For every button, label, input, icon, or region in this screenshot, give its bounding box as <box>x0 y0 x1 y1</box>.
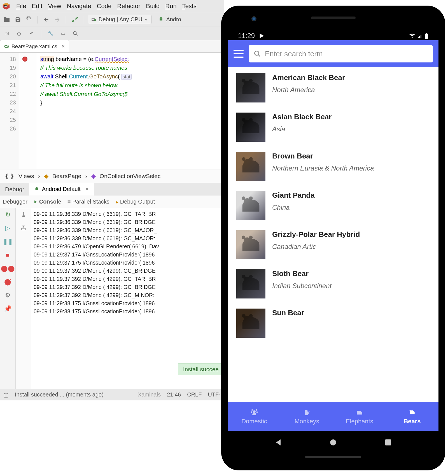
menu-navigate[interactable]: Navigate <box>64 1 94 11</box>
bear-location: Asia <box>272 125 332 133</box>
install-toast: Install succee <box>178 363 224 375</box>
status-encoding[interactable]: UTF- <box>208 391 221 398</box>
bear-name: American Black Bear <box>272 73 345 82</box>
debug-sidebar-left: ↻ ▷ ❚❚ ■ ⬤⬤ ⬤̸ ⚙ 📌 <box>0 208 16 400</box>
bear-name: Asian Black Bear <box>272 113 332 121</box>
bear-list[interactable]: American Black BearNorth AmericaAsian Bl… <box>228 67 438 402</box>
close-icon[interactable]: ✕ <box>85 186 89 192</box>
tab-console[interactable]: Console <box>34 199 61 205</box>
forward-icon[interactable] <box>53 16 61 24</box>
svg-rect-9 <box>425 34 428 39</box>
refresh-icon[interactable] <box>25 16 33 24</box>
crumb-views[interactable]: Views <box>18 173 34 179</box>
build-icon[interactable] <box>71 16 78 24</box>
bear-location: North America <box>272 86 345 94</box>
rerun-icon[interactable]: ↻ <box>5 211 10 218</box>
target-label: Andro <box>166 16 181 23</box>
mute-icon[interactable]: ⬤̸ <box>4 278 11 286</box>
list-item[interactable]: Asian Black BearAsia <box>236 113 430 142</box>
debug-sidebar-2: ⤓ 🖶 <box>16 208 31 400</box>
tab-debugger[interactable]: Debugger <box>3 199 27 205</box>
run-config-dropdown[interactable]: Debug | Any CPU <box>88 15 151 24</box>
search-icon[interactable] <box>71 30 79 38</box>
tab-output[interactable]: ▸Debug Output <box>116 199 155 205</box>
rider-app-icon: RD <box>2 2 10 10</box>
wifi-icon <box>409 33 416 39</box>
tab-bears[interactable]: Bears <box>386 402 438 431</box>
menu-tests[interactable]: Tests <box>179 1 199 11</box>
menu-edit[interactable]: Edit <box>29 1 45 11</box>
nav-home-icon[interactable] <box>329 438 338 447</box>
panel-icon[interactable]: ▢ <box>3 391 9 398</box>
stop-icon[interactable]: ■ <box>6 251 10 259</box>
svg-point-8 <box>73 31 76 34</box>
search-input[interactable]: Enter search term <box>249 45 433 62</box>
target-dropdown[interactable]: Andro <box>155 15 184 24</box>
pin-icon[interactable]: 📌 <box>4 305 11 312</box>
clock-icon[interactable]: ◷ <box>15 30 23 38</box>
layout-icon[interactable]: ▭ <box>59 30 67 38</box>
wrench-icon[interactable]: 🔧 <box>47 30 55 38</box>
debug-session-tab[interactable]: Android Default ✕ <box>29 183 94 195</box>
step-icon[interactable]: ▷ <box>5 225 10 232</box>
svg-point-37 <box>357 411 359 413</box>
menu-refactor[interactable]: Refactor <box>114 1 143 11</box>
tab-elephants[interactable]: Elephants <box>333 402 386 431</box>
svg-point-25 <box>242 236 246 239</box>
svg-point-34 <box>256 409 257 411</box>
tab-parallel[interactable]: ≡Parallel Stacks <box>67 199 109 205</box>
list-item[interactable]: Grizzly-Polar Bear HybridCanadian Artic <box>236 230 430 259</box>
list-item[interactable]: Brown BearNorthern Eurasia & North Ameri… <box>236 152 430 181</box>
status-bar: ▢ Install succeeded ... (moments ago) Xa… <box>0 389 224 400</box>
breakpoints-icon[interactable]: ⬤⬤ <box>1 265 15 272</box>
nav-back-icon[interactable] <box>274 438 283 447</box>
csharp-badge: C# <box>4 44 9 49</box>
close-icon[interactable]: ✕ <box>61 44 65 49</box>
menubar: RD FileEditViewNavigateCodeRefactorBuild… <box>0 0 224 12</box>
editor-tabs: C# BearsPage.xaml.cs ✕ <box>0 40 224 53</box>
svg-point-7 <box>162 18 162 18</box>
debug-body: ↻ ▷ ❚❚ ■ ⬤⬤ ⬤̸ ⚙ 📌 ⤓ 🖶 09-09 11:29:36.33… <box>0 208 224 400</box>
nav-recent-icon[interactable] <box>384 438 393 447</box>
print-icon[interactable]: 🖶 <box>20 225 27 232</box>
list-item[interactable]: Sun Bear <box>236 309 430 338</box>
menu-view[interactable]: View <box>45 1 64 11</box>
status-position[interactable]: 21:46 <box>167 391 181 398</box>
bear-thumbnail <box>236 230 265 259</box>
debug-tool-tabs: Debugger Console ≡Parallel Stacks ▸Debug… <box>0 195 224 208</box>
tab-domestic[interactable]: Domestic <box>228 402 281 431</box>
settings-icon[interactable]: ⚙ <box>5 292 11 299</box>
save-icon[interactable] <box>14 16 22 24</box>
pause-icon[interactable]: ❚❚ <box>3 238 13 245</box>
expand-icon[interactable]: ⇲ <box>3 30 11 38</box>
marker-column <box>19 53 31 169</box>
menu-build[interactable]: Build <box>143 1 162 11</box>
breadcrumb: ❴❵ Views › ◆ BearsPage › ◈ OnCollectionV… <box>0 169 224 183</box>
play-icon <box>34 200 38 204</box>
crumb-method[interactable]: OnCollectionViewSelec <box>100 173 161 179</box>
tab-monkeys[interactable]: Monkeys <box>281 402 333 431</box>
menu-run[interactable]: Run <box>162 1 179 11</box>
crumb-class[interactable]: BearsPage <box>52 173 81 179</box>
scroll-icon[interactable]: ⤓ <box>21 211 26 218</box>
breakpoint-marker[interactable] <box>22 57 27 62</box>
open-icon[interactable] <box>3 16 11 24</box>
hamburger-icon[interactable] <box>234 50 244 58</box>
code-area[interactable]: string bearName = (e.CurrentSelect // Th… <box>37 53 224 169</box>
code-editor[interactable]: 181920212223242526 string bearName = (e.… <box>0 53 224 169</box>
svg-point-31 <box>242 314 246 318</box>
bear-location: Canadian Artic <box>272 243 360 251</box>
phone-status-bar: 11:29 <box>228 24 438 40</box>
home-indicator <box>305 456 361 458</box>
list-item[interactable]: American Black BearNorth America <box>236 73 430 102</box>
list-item[interactable]: Giant PandaChina <box>236 191 430 220</box>
status-eol[interactable]: CRLF <box>187 391 202 398</box>
camera-icon <box>251 16 256 21</box>
editor-tab-bearspage[interactable]: C# BearsPage.xaml.cs ✕ <box>0 40 69 52</box>
run-config-label: Debug | Any CPU <box>99 16 142 23</box>
menu-file[interactable]: File <box>13 1 29 11</box>
back-icon[interactable] <box>42 16 50 24</box>
undo-icon[interactable]: ↶ <box>27 30 35 38</box>
list-item[interactable]: Sloth BearIndian Subcontinent <box>236 269 430 298</box>
menu-code[interactable]: Code <box>94 1 115 11</box>
